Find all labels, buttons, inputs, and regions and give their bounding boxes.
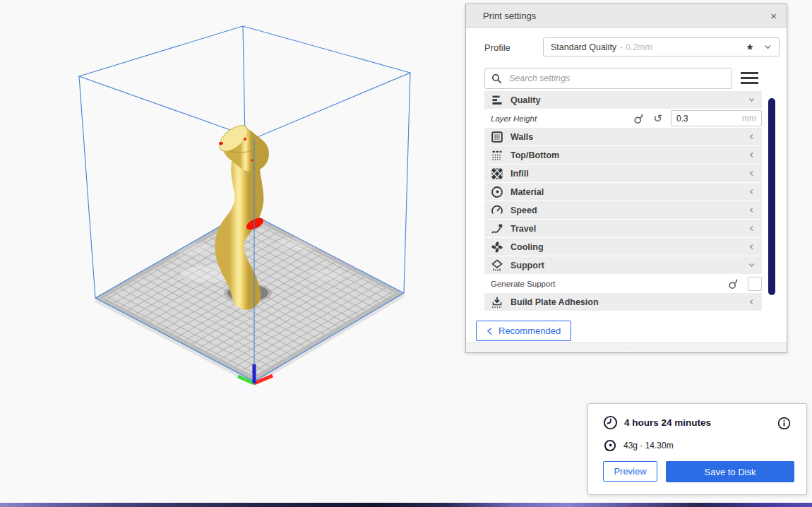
preview-button[interactable]: Preview	[603, 461, 657, 482]
category-label: Quality	[511, 95, 540, 105]
generate-support-checkbox[interactable]	[748, 277, 762, 291]
profile-dropdown[interactable]: Standard Quality - 0.2mm ★	[543, 37, 780, 56]
category-label: Build Plate Adhesion	[511, 297, 599, 307]
category-label: Material	[511, 187, 544, 197]
chevron-left-icon	[748, 133, 756, 141]
settings-scrollbar[interactable]	[768, 98, 775, 295]
chevron-left-icon	[748, 225, 756, 232]
revert-icon[interactable]: ↺	[653, 113, 662, 124]
scrollbar-thumb[interactable]	[768, 98, 775, 295]
settings-menu-icon[interactable]	[741, 72, 758, 85]
category-row-material[interactable]: Material	[484, 183, 762, 201]
taskbar-edge	[0, 503, 812, 507]
material-usage-estimate: 43g · 14.30m	[623, 441, 674, 451]
link-icon[interactable]	[728, 278, 739, 290]
setting-row-layer-height: Layer Height ↺ mm	[484, 109, 762, 127]
clock-icon	[603, 415, 618, 430]
layer-height-field: mm	[671, 110, 762, 126]
cura-app-window: { "print_settings": { "title": "Print se…	[0, 0, 812, 507]
chevron-left-icon	[748, 151, 756, 159]
cooling-icon	[490, 241, 504, 254]
category-row-travel[interactable]: Travel	[484, 220, 762, 237]
travel-icon	[490, 222, 504, 235]
close-icon[interactable]: ×	[770, 11, 777, 21]
profile-label: Profile	[484, 42, 511, 53]
category-label: Walls	[511, 132, 533, 142]
chevron-left-icon	[748, 169, 756, 177]
setting-row-generate-support: Generate Support	[484, 275, 762, 292]
category-label: Top/Bottom	[511, 150, 559, 160]
category-row-quality[interactable]: Quality	[484, 91, 762, 109]
star-icon[interactable]: ★	[746, 42, 754, 52]
material-usage-row: 43g · 14.30m	[604, 439, 674, 452]
profile-detail: - 0.2mm	[620, 42, 652, 52]
build-plate-adhesion-icon	[490, 296, 504, 309]
recommended-button[interactable]: Recommended	[476, 321, 571, 341]
chevron-left-icon	[748, 298, 756, 306]
chevron-down-icon	[748, 261, 756, 269]
category-label: Infill	[511, 169, 529, 179]
top-bottom-icon	[490, 149, 504, 162]
category-row-top-bottom[interactable]: Top/Bottom	[484, 146, 762, 164]
category-row-walls[interactable]: Walls	[484, 128, 762, 145]
chevron-left-icon	[748, 188, 756, 196]
save-to-disk-label: Save to Disk	[705, 467, 756, 477]
category-label: Travel	[511, 224, 536, 234]
chevron-left-icon	[748, 206, 756, 214]
category-label: Support	[511, 261, 544, 270]
search-input[interactable]	[508, 73, 725, 84]
profile-value: Standard Quality	[551, 42, 616, 52]
panel-title: Print settings	[483, 11, 536, 21]
search-settings-box[interactable]	[484, 68, 732, 89]
category-label: Speed	[511, 205, 537, 215]
quality-icon	[490, 94, 504, 107]
layer-height-unit: mm	[742, 114, 756, 124]
category-label: Cooling	[511, 242, 544, 252]
category-row-speed[interactable]: Speed	[484, 201, 762, 219]
print-settings-header: Print settings ×	[466, 4, 787, 28]
chevron-down-icon	[748, 96, 756, 104]
settings-rows: Quality Layer Height ↺ mm	[484, 91, 762, 311]
material-icon	[490, 186, 504, 198]
search-icon	[491, 73, 502, 84]
print-time-row: 4 hours 24 minutes	[603, 415, 711, 430]
category-row-cooling[interactable]: Cooling	[484, 238, 762, 256]
info-icon[interactable]	[777, 417, 791, 430]
recommended-label: Recommended	[498, 326, 561, 336]
link-icon[interactable]	[633, 113, 645, 124]
walls-icon	[490, 131, 504, 143]
setting-label: Generate Support	[491, 280, 555, 288]
infill-icon	[490, 167, 504, 180]
print-time-estimate: 4 hours 24 minutes	[624, 417, 711, 428]
layer-height-input[interactable]	[676, 114, 726, 124]
category-row-support[interactable]: Support	[484, 256, 762, 274]
material-spool-icon	[604, 439, 616, 452]
speed-icon	[490, 204, 504, 217]
output-action-panel: 4 hours 24 minutes 43g · 14.30m Preview …	[587, 403, 807, 495]
chevron-left-icon	[748, 243, 756, 251]
save-to-disk-button[interactable]: Save to Disk	[666, 461, 794, 482]
category-row-infill[interactable]: Infill	[484, 165, 762, 182]
setting-label: Layer Height	[491, 114, 537, 123]
print-settings-panel: Print settings × Profile Standard Qualit…	[465, 4, 787, 353]
support-icon	[490, 259, 504, 272]
preview-label: Preview	[614, 466, 646, 477]
chevron-left-icon	[486, 327, 493, 335]
category-row-build-plate-adhesion[interactable]: Build Plate Adhesion	[484, 293, 762, 311]
panel-resize-handle[interactable]: ···	[466, 342, 787, 352]
drag-handle-icon: ···	[621, 345, 632, 351]
chevron-down-icon	[764, 43, 772, 51]
